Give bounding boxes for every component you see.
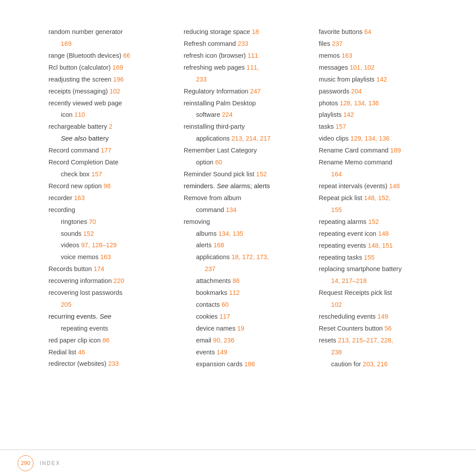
list-item: Record Completion Date (48, 157, 171, 168)
list-item: 155 (319, 205, 441, 216)
list-item: Request Receipts pick list (319, 287, 441, 298)
list-item: Reminder Sound pick list 152 (184, 169, 306, 180)
list-item: videos 97, 128–129 (48, 240, 171, 251)
list-item: 238 (319, 347, 441, 358)
page-number: 290 (18, 455, 33, 471)
list-item: removing (184, 216, 306, 227)
list-item: repeating events 148, 151 (319, 240, 441, 251)
list-item: 102 (319, 299, 441, 310)
list-item: reducing storage space 18 (184, 26, 306, 37)
list-item: Reset Counters button 56 (319, 323, 441, 334)
list-item: 233 (184, 74, 306, 85)
list-item: recorder 163 (48, 193, 171, 204)
list-item: applications 18, 172, 173, (184, 252, 306, 263)
footer-label: INDEX (40, 460, 60, 466)
list-item: receipts (messaging) 102 (48, 86, 171, 97)
page-number-text: 290 (21, 460, 30, 466)
list-item: email 90, 236 (184, 335, 306, 346)
list-item: reminders. See alarms; alerts (184, 181, 306, 192)
list-item: repeating alarms 152 (319, 216, 441, 227)
list-item: Remember Last Category (184, 145, 306, 156)
list-item: music from playlists 142 (319, 74, 441, 85)
list-item: Redial list 46 (48, 347, 171, 358)
list-item: bookmarks 112 (184, 287, 306, 298)
list-item: repeating event icon 148 (319, 228, 441, 239)
list-item: Records button 174 (48, 264, 171, 275)
index-column-col3: favorite buttons 64files 237memos 163mes… (319, 26, 441, 388)
list-item: rechargeable battery 2 (48, 121, 171, 132)
list-item: repeat intervals (events) 148 (319, 181, 441, 192)
list-item: ringtones 70 (48, 216, 171, 227)
list-item: software 224 (184, 109, 306, 120)
list-item: expansion cards 186 (184, 359, 306, 370)
list-item: See also battery (48, 133, 171, 144)
list-item: attachments 86 (184, 275, 306, 286)
list-item: Record command 177 (48, 145, 171, 156)
list-item: 205 (48, 299, 171, 310)
list-item: rescheduling events 149 (319, 311, 441, 322)
list-item: photos 128, 134, 136 (319, 98, 441, 109)
list-item: resets 213, 215–217, 228, (319, 335, 441, 346)
list-item: 164 (319, 169, 441, 180)
index-column-col2: reducing storage space 18Refresh command… (184, 26, 319, 388)
list-item: recently viewed web page (48, 98, 171, 109)
list-item: 237 (184, 264, 306, 275)
footer: 290 INDEX (0, 450, 476, 476)
list-item: Rename Card command 189 (319, 145, 441, 156)
index-column-col1: random number generator169range (Bluetoo… (48, 26, 184, 388)
list-item: tasks 157 (319, 121, 441, 132)
list-item: icon 110 (48, 109, 171, 120)
list-item: recovering information 220 (48, 275, 171, 286)
list-item: refresh icon (browser) 111 (184, 50, 306, 61)
list-item: caution for 203, 216 (319, 359, 441, 370)
list-item: video clips 129, 134, 136 (319, 133, 441, 144)
list-item: recording (48, 205, 171, 216)
list-item: messages 101, 102 (319, 62, 441, 73)
list-item: reinstalling Palm Desktop (184, 98, 306, 109)
list-item: playlists 142 (319, 109, 441, 120)
list-item: alerts 168 (184, 240, 306, 251)
list-item: Rcl button (calculator) 169 (48, 62, 171, 73)
list-item: voice memos 163 (48, 252, 171, 263)
list-item: Refresh command 233 (184, 38, 306, 49)
list-item: memos 163 (319, 50, 441, 61)
list-item: albums 134, 135 (184, 228, 306, 239)
list-item: applications 213, 214, 217 (184, 133, 306, 144)
list-item: replacing smartphone battery (319, 264, 441, 275)
list-item: random number generator (48, 26, 171, 37)
list-item: range (Bluetooth devices) 66 (48, 50, 171, 61)
list-item: events 149 (184, 347, 306, 358)
page-content: random number generator169range (Bluetoo… (0, 0, 476, 423)
list-item: favorite buttons 64 (319, 26, 441, 37)
list-item: command 134 (184, 205, 306, 216)
list-item: Rename Memo command (319, 157, 441, 168)
list-item: readjusting the screen 196 (48, 74, 171, 85)
list-item: refreshing web pages 111, (184, 62, 306, 73)
list-item: reinstalling third-party (184, 121, 306, 132)
list-item: option 60 (184, 157, 306, 168)
list-item: Remove from album (184, 193, 306, 204)
list-item: 169 (48, 38, 171, 49)
list-item: Record new option 98 (48, 181, 171, 192)
list-item: device names 19 (184, 323, 306, 334)
list-item: repeating events (48, 323, 171, 334)
list-item: Repeat pick list 148, 152, (319, 193, 441, 204)
list-item: sounds 152 (48, 228, 171, 239)
list-item: recurring events. See (48, 311, 171, 322)
list-item: passwords 204 (319, 86, 441, 97)
list-item: check box 157 (48, 169, 171, 180)
list-item: red paper clip icon 86 (48, 335, 171, 346)
list-item: Regulatory Information 247 (184, 86, 306, 97)
list-item: cookies 117 (184, 311, 306, 322)
list-item: 14, 217–218 (319, 275, 441, 286)
list-item: redirector (websites) 233 (48, 358, 171, 369)
list-item: files 237 (319, 38, 441, 49)
list-item: recovering lost passwords (48, 287, 171, 298)
list-item: contacts 60 (184, 299, 306, 310)
list-item: repeating tasks 155 (319, 252, 441, 263)
